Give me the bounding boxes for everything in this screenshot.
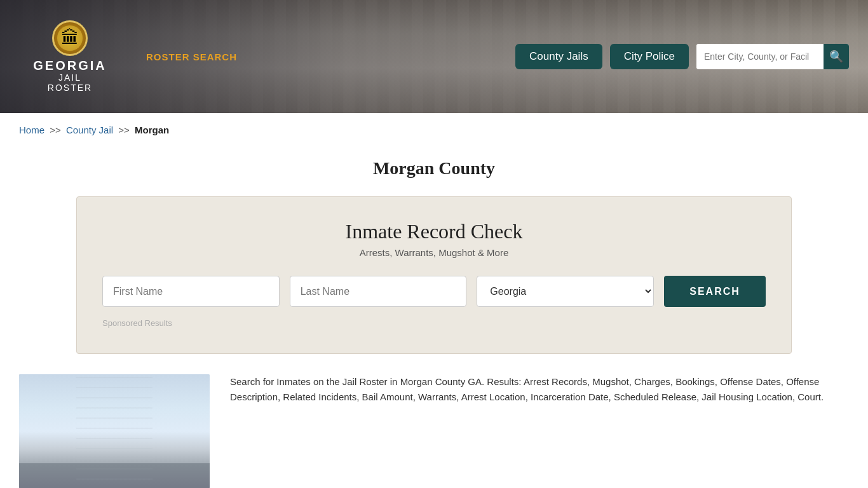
bottom-section: Search for Inmates on the Jail Roster in… <box>0 354 868 488</box>
breadcrumb-county-jail-link[interactable]: County Jail <box>66 125 113 135</box>
page-title: Morgan County <box>0 158 868 179</box>
roster-search-nav-link[interactable]: ROSTER SEARCH <box>146 51 237 62</box>
search-inmate-button[interactable]: SEARCH <box>664 276 766 307</box>
logo-jail-text: JAIL <box>58 73 81 83</box>
header-search-input[interactable] <box>696 44 824 69</box>
breadcrumb-sep-1: >> <box>50 125 61 135</box>
site-header: 🏛 GEORGIA JAIL ROSTER ROSTER SEARCH Coun… <box>0 0 868 113</box>
breadcrumb-home-link[interactable]: Home <box>19 125 44 135</box>
inmate-record-title: Inmate Record Check <box>102 220 766 243</box>
logo-roster-text: ROSTER <box>48 83 92 93</box>
seal-inner: 🏛 <box>57 25 83 51</box>
inmate-record-check-box: Inmate Record Check Arrests, Warrants, M… <box>76 196 792 354</box>
header-search-bar: 🔍 <box>696 44 849 69</box>
bottom-image <box>19 374 210 488</box>
georgia-seal: 🏛 <box>52 20 88 56</box>
last-name-input[interactable] <box>290 276 467 307</box>
county-jails-button[interactable]: County Jails <box>515 44 602 69</box>
inmate-record-subtitle: Arrests, Warrants, Mugshot & More <box>102 247 766 258</box>
bottom-description-text: Search for Inmates on the Jail Roster in… <box>230 374 849 405</box>
breadcrumb-current: Morgan <box>135 125 169 135</box>
bottom-image-bar <box>19 463 210 488</box>
city-police-button[interactable]: City Police <box>610 44 689 69</box>
first-name-input[interactable] <box>102 276 280 307</box>
sponsored-results-label: Sponsored Results <box>102 318 766 328</box>
breadcrumb: Home >> County Jail >> Morgan <box>0 113 868 147</box>
logo-georgia-text: GEORGIA <box>33 58 106 73</box>
search-icon: 🔍 <box>829 50 843 64</box>
header-search-button[interactable]: 🔍 <box>824 44 849 69</box>
state-select[interactable]: AlabamaAlaskaArizonaArkansasCaliforniaCo… <box>477 276 654 307</box>
georgia-flag-icon: 🏛 <box>61 29 79 47</box>
site-logo[interactable]: 🏛 GEORGIA JAIL ROSTER <box>19 20 121 93</box>
header-nav-right: County Jails City Police 🔍 <box>515 44 849 69</box>
breadcrumb-sep-2: >> <box>118 125 130 135</box>
inmate-search-form: AlabamaAlaskaArizonaArkansasCaliforniaCo… <box>102 276 766 307</box>
header-content: 🏛 GEORGIA JAIL ROSTER ROSTER SEARCH Coun… <box>0 0 868 113</box>
page-title-area: Morgan County <box>0 147 868 196</box>
